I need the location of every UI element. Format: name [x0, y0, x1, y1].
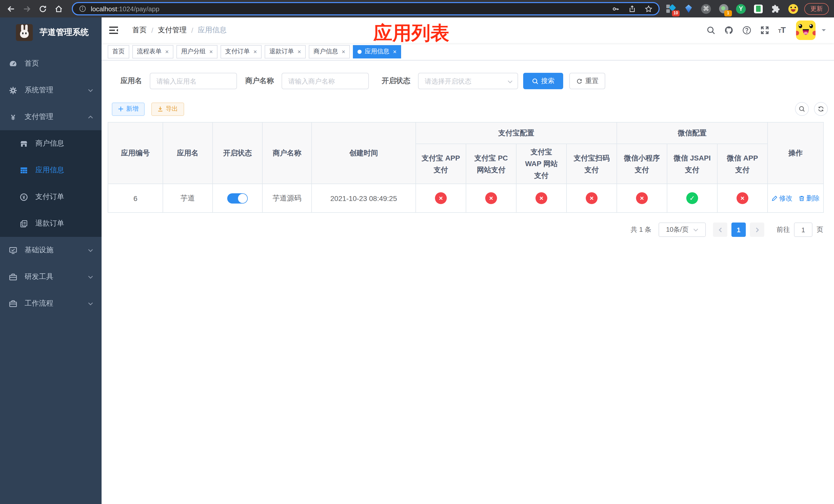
sidebar-submenu-payment: 商户信息应用信息¥支付订单退款订单: [0, 130, 102, 237]
sidebar-item-system[interactable]: 系统管理: [0, 77, 102, 104]
browser-home-icon[interactable]: [54, 4, 63, 13]
search-button[interactable]: 搜索: [523, 73, 563, 89]
password-key-icon[interactable]: [612, 5, 620, 13]
extension-notes-icon[interactable]: [753, 4, 763, 14]
tab-label: 用户分组: [181, 47, 206, 56]
grid-icon: [20, 166, 28, 175]
sidebar-item-home[interactable]: 首页: [0, 50, 102, 77]
sidebar-collapse-icon[interactable]: [109, 26, 118, 35]
sidebar-item-dev-tools[interactable]: 研发工具: [0, 264, 102, 290]
sidebar-item-refund-orders[interactable]: 退款订单: [0, 210, 102, 237]
toggle-search-icon[interactable]: [795, 102, 809, 116]
browser-reload-icon[interactable]: [39, 4, 47, 13]
sidebar-item-label: 支付管理: [25, 112, 88, 121]
app-logo[interactable]: 芋道管理系统: [0, 18, 102, 47]
col-status: 开启状态: [213, 122, 262, 184]
status-select-input[interactable]: [418, 73, 518, 89]
breadcrumb-home[interactable]: 首页: [132, 26, 147, 35]
sidebar-item-app-info[interactable]: 应用信息: [0, 157, 102, 184]
svg-text:¥: ¥: [11, 113, 15, 121]
header-search-icon[interactable]: [706, 26, 716, 35]
app-name-input[interactable]: [150, 73, 237, 89]
tab-close-icon[interactable]: ×: [393, 48, 396, 54]
goto-label: 前往: [776, 225, 790, 234]
cell-merchant-name: 芋道源码: [262, 184, 312, 212]
fullscreen-icon[interactable]: [760, 26, 769, 35]
browser-back-icon[interactable]: [7, 4, 15, 13]
app-status-toggle[interactable]: [227, 193, 248, 203]
cell-alipay-qr-status: ×: [567, 184, 617, 212]
tab-退款订单[interactable]: 退款订单×: [265, 45, 306, 58]
tab-应用信息[interactable]: 应用信息×: [353, 45, 401, 58]
tab-close-icon[interactable]: ×: [254, 48, 257, 54]
breadcrumb-payment[interactable]: 支付管理: [158, 26, 187, 35]
status-check-icon: ✓: [686, 192, 698, 204]
status-label: 开启状态: [381, 76, 410, 86]
chevron-down-icon: [693, 227, 698, 232]
edit-button[interactable]: 修改: [771, 193, 792, 203]
sidebar-item-label: 研发工具: [25, 272, 88, 281]
site-info-icon[interactable]: [79, 5, 86, 12]
table-toolbar: 新增 导出: [108, 102, 828, 116]
tab-label: 支付订单: [225, 47, 250, 56]
cell-alipay-pc-status: ×: [466, 184, 516, 212]
cell-alipay-app-status: ×: [416, 184, 466, 212]
font-size-icon[interactable]: TT: [778, 26, 785, 35]
share-icon[interactable]: [628, 5, 636, 13]
page-size-select[interactable]: 10条/页: [659, 223, 706, 237]
page-number-1[interactable]: 1: [731, 223, 746, 237]
shop-icon: [20, 139, 28, 148]
next-page-button[interactable]: [750, 223, 764, 237]
sidebar-item-merchant-info[interactable]: 商户信息: [0, 130, 102, 157]
sidebar-item-workflow[interactable]: 工作流程: [0, 290, 102, 317]
tab-close-icon[interactable]: ×: [342, 48, 345, 54]
reset-button[interactable]: 重置: [569, 73, 605, 89]
add-button[interactable]: 新增: [112, 102, 145, 116]
tab-流程表单[interactable]: 流程表单×: [132, 45, 173, 58]
sidebar-item-pay-orders[interactable]: ¥支付订单: [0, 184, 102, 210]
chevron-down-icon: [88, 301, 93, 306]
browser-forward-icon[interactable]: [23, 4, 31, 13]
tab-首页[interactable]: 首页: [108, 45, 129, 58]
extension-gem-icon[interactable]: [684, 4, 694, 14]
tab-支付订单[interactable]: 支付订单×: [221, 45, 262, 58]
sidebar-item-label: 支付订单: [36, 192, 93, 202]
tab-close-icon[interactable]: ×: [298, 48, 301, 54]
merchant-name-input[interactable]: [282, 73, 369, 89]
cell-wechat-jsapi-status: ✓: [667, 184, 717, 212]
sidebar-item-payment[interactable]: ¥支付管理: [0, 104, 102, 130]
avatar-dropdown-icon[interactable]: [821, 26, 826, 35]
sidebar-item-infrastructure[interactable]: 基础设施: [0, 237, 102, 264]
extension-command-icon[interactable]: ⌘: [701, 4, 711, 14]
refresh-icon[interactable]: [814, 102, 828, 116]
tab-close-icon[interactable]: ×: [209, 48, 213, 54]
chevron-down-icon: [88, 247, 93, 253]
status-cross-icon: ×: [586, 192, 597, 204]
bookmark-star-icon[interactable]: [645, 5, 653, 13]
breadcrumb-current: 应用信息: [198, 26, 227, 35]
github-icon[interactable]: [724, 26, 733, 35]
address-bar[interactable]: localhost:1024/pay/app: [72, 2, 660, 15]
prev-page-button[interactable]: [713, 223, 727, 237]
pagination: 共 1 条 10条/页 1 前往: [108, 223, 823, 237]
export-button[interactable]: 导出: [151, 102, 184, 116]
help-icon[interactable]: [742, 26, 751, 35]
extension-pinned-icon[interactable]: 10: [666, 4, 676, 14]
status-cross-icon: ×: [636, 192, 648, 204]
url-text: localhost:1024/pay/app: [91, 5, 159, 13]
profile-avatar-icon[interactable]: [788, 4, 798, 14]
goto-page-input[interactable]: [794, 223, 812, 237]
pagination-total: 共 1 条: [631, 225, 652, 234]
tab-close-icon[interactable]: ×: [165, 48, 169, 54]
tab-商户信息[interactable]: 商户信息×: [309, 45, 350, 58]
sidebar-item-label: 首页: [25, 59, 93, 68]
extensions-puzzle-icon[interactable]: [771, 4, 781, 14]
status-select[interactable]: [418, 73, 518, 89]
tab-用户分组[interactable]: 用户分组×: [176, 45, 218, 58]
user-avatar[interactable]: [796, 21, 815, 40]
delete-button[interactable]: 删除: [798, 193, 820, 203]
extension-badge: 1: [724, 10, 732, 16]
extension-y-icon[interactable]: Y: [736, 4, 746, 14]
extension-session-icon[interactable]: 1: [719, 4, 728, 14]
browser-update-button[interactable]: 更新: [804, 3, 829, 15]
